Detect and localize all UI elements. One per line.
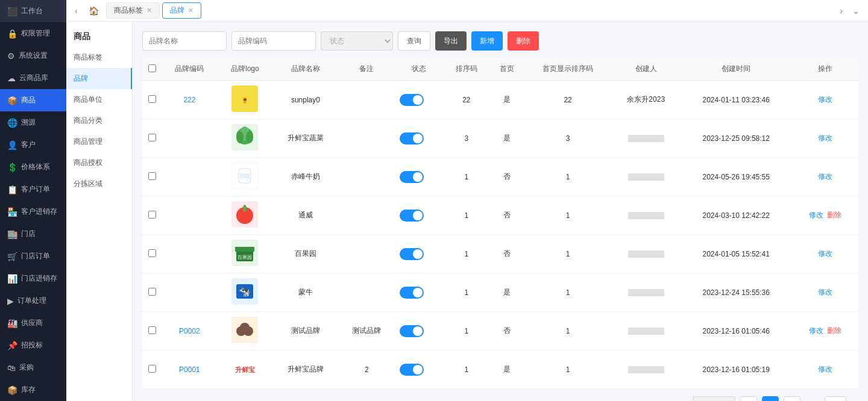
row-checkbox[interactable] [148, 249, 156, 257]
action-delete-link[interactable]: 删除 [827, 211, 841, 219]
status-toggle[interactable] [400, 171, 424, 183]
brand-status-cell[interactable] [395, 158, 444, 196]
brand-status-cell[interactable] [395, 350, 444, 389]
status-toggle[interactable] [400, 364, 424, 376]
created-at-cell: 2024-01-05 15:52:41 [681, 235, 792, 273]
sub-menu-item-distribution-zone[interactable]: 分拣区域 [66, 173, 132, 194]
sidebar-item-label: 门店进销存 [21, 273, 57, 284]
row-checkbox-cell[interactable] [142, 81, 162, 119]
prev-page-button[interactable]: ‹ [740, 396, 757, 401]
next-page-button[interactable]: › [784, 396, 800, 401]
sidebar-item-customer-orders[interactable]: 📋 客户订单 [0, 178, 66, 200]
row-checkbox-cell[interactable] [142, 273, 162, 312]
row-checkbox-cell[interactable] [142, 350, 162, 389]
sub-menu-item-product-management[interactable]: 商品管理 [66, 131, 132, 152]
sidebar-item-store-orders[interactable]: 🛒 门店订单 [0, 245, 66, 267]
tab-product-tags-close[interactable]: ✕ [146, 7, 152, 14]
sub-menu-item-product-category[interactable]: 商品分类 [66, 110, 132, 131]
page-goto-input[interactable] [825, 396, 846, 401]
status-toggle[interactable] [400, 132, 424, 145]
sub-menu-item-brand[interactable]: 品牌 [66, 68, 132, 89]
sidebar-item-settings[interactable]: ⚙ 系统设置 [0, 45, 66, 67]
action-edit-link[interactable]: 修改 [809, 326, 823, 335]
sub-menu-item-product-tags[interactable]: 商品标签 [66, 47, 132, 68]
status-toggle[interactable] [400, 248, 424, 260]
delete-button[interactable]: 删除 [508, 31, 539, 51]
per-page-select[interactable]: 10条/页 20条/页 50条/页 [693, 396, 735, 401]
brand-status-cell[interactable] [395, 273, 444, 312]
row-checkbox[interactable] [148, 288, 156, 296]
brand-status-cell[interactable] [395, 119, 444, 158]
brand-name-input[interactable] [142, 31, 227, 51]
action-delete-link[interactable]: 删除 [827, 326, 841, 335]
action-edit-link[interactable]: 修改 [818, 134, 832, 142]
sidebar-item-store-stock[interactable]: 📊 门店进销存 [0, 267, 66, 290]
tab-menu-button[interactable]: ⌄ [849, 5, 863, 17]
row-checkbox-cell[interactable] [142, 119, 162, 158]
status-select[interactable]: 状态 启用 禁用 [321, 31, 393, 51]
home-cell: 是 [489, 81, 524, 119]
action-cell: 修改 [792, 158, 858, 196]
row-checkbox-cell[interactable] [142, 235, 162, 273]
action-edit-link[interactable]: 修改 [818, 172, 832, 181]
row-checkbox[interactable] [148, 134, 156, 141]
action-edit-link[interactable]: 修改 [818, 288, 832, 296]
action-edit-link[interactable]: 修改 [818, 365, 832, 373]
status-toggle[interactable] [400, 325, 424, 337]
sidebar-item-store[interactable]: 🏬 门店 [0, 223, 66, 245]
brand-status-cell[interactable] [395, 312, 444, 350]
row-checkbox-cell[interactable] [142, 196, 162, 235]
sidebar-item-customer-stock[interactable]: 🏪 客户进销存 [0, 200, 66, 223]
row-checkbox[interactable] [148, 95, 156, 103]
status-toggle[interactable] [400, 287, 424, 299]
action-edit-link[interactable]: 修改 [818, 249, 832, 258]
sidebar-item-pricing[interactable]: 💲 价格体系 [0, 156, 66, 178]
sidebar-item-supplier[interactable]: 🏭 供应商 [0, 312, 66, 334]
tab-brand[interactable]: 品牌 ✕ [162, 2, 201, 19]
status-toggle[interactable] [400, 210, 424, 222]
sub-menu-item-product-unit[interactable]: 商品单位 [66, 89, 132, 110]
add-button[interactable]: 新增 [471, 31, 503, 51]
tab-next-button[interactable]: › [836, 5, 846, 17]
sidebar-item-permission[interactable]: 🔒 权限管理 [0, 22, 66, 45]
sidebar-item-purchase[interactable]: 🛍 采购 [0, 356, 66, 379]
sidebar-item-cloud-products[interactable]: ☁ 云商品库 [0, 67, 66, 89]
brand-status-cell[interactable] [395, 196, 444, 235]
brand-status-cell[interactable] [395, 235, 444, 273]
select-all-header[interactable] [142, 58, 162, 81]
tab-brand-close[interactable]: ✕ [188, 7, 193, 14]
home-cell: 否 [489, 235, 524, 273]
row-checkbox[interactable] [148, 172, 156, 180]
status-toggle[interactable] [400, 94, 424, 106]
brand-logo-cell: 🐄 [218, 273, 272, 312]
page-1-button[interactable]: 1 [762, 396, 779, 401]
svg-point-5 [236, 131, 244, 143]
sub-menu-item-product-auth[interactable]: 商品授权 [66, 152, 132, 173]
sidebar-item-inventory[interactable]: 📦 库存 [0, 379, 66, 401]
toggle-thumb [413, 172, 423, 182]
action-edit-link[interactable]: 修改 [818, 95, 832, 104]
select-all-checkbox[interactable] [148, 64, 156, 72]
row-checkbox[interactable] [148, 211, 156, 219]
row-checkbox[interactable] [148, 326, 156, 334]
sidebar-item-order-process[interactable]: ▶ 订单处理 [0, 290, 66, 312]
brand-remark-cell [339, 196, 395, 235]
brand-code-input[interactable] [231, 31, 316, 51]
tab-prev-button[interactable]: ‹ [71, 5, 81, 17]
sub-menu-title: 商品 [66, 22, 132, 47]
row-checkbox[interactable] [148, 365, 156, 373]
action-edit-link[interactable]: 修改 [809, 211, 823, 219]
sidebar-item-origin[interactable]: 🌐 溯源 [0, 111, 66, 134]
row-checkbox-cell[interactable] [142, 312, 162, 350]
sidebar-item-workbench[interactable]: ⬛ 工作台 [0, 0, 66, 22]
row-checkbox-cell[interactable] [142, 158, 162, 196]
sidebar-item-customers[interactable]: 👤 客户 [0, 134, 66, 156]
tab-product-tags[interactable]: 商品标签 ✕ [106, 2, 160, 19]
query-button[interactable]: 查询 [398, 31, 430, 51]
sidebar-item-products[interactable]: 📦 商品 [0, 89, 66, 111]
brand-status-cell[interactable] [395, 81, 444, 119]
export-button[interactable]: 导出 [435, 31, 467, 51]
action-cell: 修改删除 [792, 312, 858, 350]
tab-home-button[interactable]: 🏠 [84, 5, 104, 17]
sidebar-item-bidding[interactable]: 📌 招投标 [0, 334, 66, 356]
